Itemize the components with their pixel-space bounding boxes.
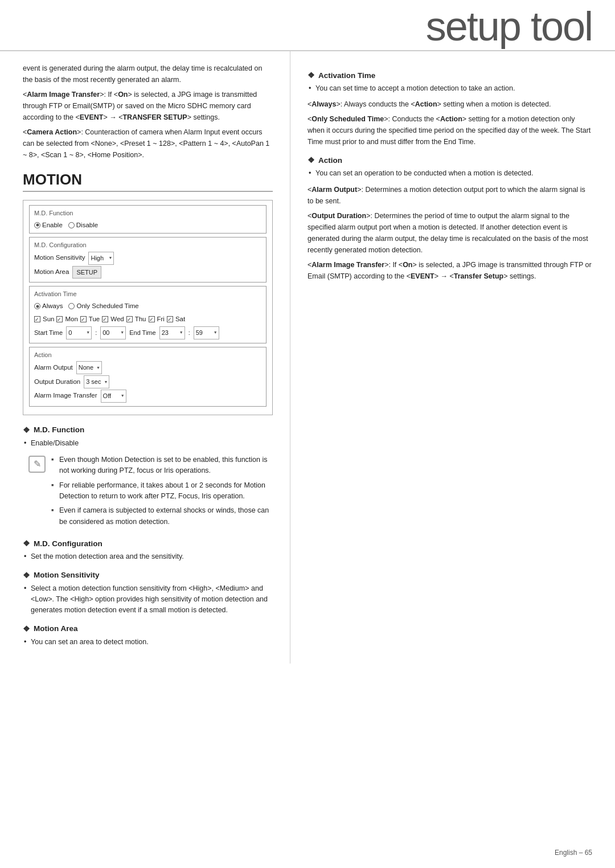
fri-label: Fri: [157, 314, 165, 325]
action-label: Action: [34, 350, 261, 361]
md-config-label: M.D. Configuration: [34, 240, 261, 251]
diamond-icon-4: ❖: [23, 624, 30, 633]
alarm-output-select[interactable]: None: [76, 361, 102, 374]
md-config-bullet-1: Set the motion detection area and the se…: [31, 551, 273, 562]
intro-text: event is generated during the alarm outp…: [23, 63, 273, 161]
diamond-icon-6: ❖: [308, 155, 315, 165]
motion-section-heading: MOTION: [23, 171, 273, 192]
scheduled-radio[interactable]: Only Scheduled Time: [68, 301, 138, 312]
mon-label: Mon: [65, 314, 77, 325]
time-row: Start Time 0 : 00 End Time 23 : 59: [34, 326, 261, 339]
md-disable-radio[interactable]: Disable: [68, 220, 98, 231]
motion-area-subheading: ❖ Motion Area: [23, 624, 273, 633]
thu-checkbox[interactable]: [126, 316, 133, 322]
note-items: Even though Motion Detection is set to b…: [51, 455, 273, 531]
time-separator-2: :: [188, 327, 190, 338]
diamond-icon-5: ❖: [308, 71, 315, 80]
md-function-subheading: ❖ M.D. Function: [23, 425, 273, 435]
thu-label: Thu: [135, 314, 146, 325]
md-function-bullet-1: Enable/Disable: [31, 438, 273, 449]
md-disable-label: Disable: [76, 220, 98, 231]
note-item-1: Even though Motion Detection is set to b…: [51, 455, 273, 477]
end-min-select[interactable]: 59: [194, 326, 219, 339]
sun-label: Sun: [43, 314, 54, 325]
md-function-bullets: Enable/Disable: [23, 438, 273, 449]
md-config-section: M.D. Configuration Motion Sensitivity Hi…: [29, 237, 266, 282]
main-content: event is generated during the alarm outp…: [0, 51, 615, 664]
note-item-2: For reliable performance, it takes about…: [51, 480, 273, 502]
md-disable-radio-icon: [68, 222, 75, 228]
activation-time-label: Activation Time: [34, 289, 261, 300]
end-time-label: End Time: [129, 327, 155, 338]
motion-sensitivity-subheading: ❖ Motion Sensitivity: [23, 571, 273, 580]
activation-time-options: Always Only Scheduled Time: [34, 301, 261, 312]
wed-checkbox[interactable]: [102, 316, 108, 322]
md-config-bullets: Set the motion detection area and the se…: [23, 551, 273, 562]
intro-para-2: <Alarm Image Transfer>: If <On> is selec…: [23, 89, 273, 123]
always-radio[interactable]: Always: [34, 301, 63, 312]
motion-area-bullet-1: You can set an area to detect motion.: [31, 637, 273, 648]
md-function-label: M.D. Function: [34, 208, 261, 219]
always-text: <Always>: Always conducts the <Action> s…: [308, 99, 592, 110]
sun-checkbox[interactable]: [34, 316, 40, 322]
start-time-label: Start Time: [34, 327, 63, 338]
area-setup-button[interactable]: SETUP: [72, 266, 101, 279]
note-item-3: Even if camera is subjected to external …: [51, 505, 273, 527]
action-subheading-text: Action: [318, 156, 342, 165]
alarm-output-row: Alarm Output None: [34, 361, 261, 374]
action-subheading: ❖ Action: [308, 155, 592, 165]
alarm-image-text: <Alarm Image Transfer>: If <On> is selec…: [308, 259, 592, 282]
scheduled-label: Only Scheduled Time: [76, 301, 138, 312]
output-duration-row: Output Duration 3 sec: [34, 375, 261, 388]
sensitivity-row: Motion Sensitivity High: [34, 252, 261, 265]
md-config-subheading: ❖ M.D. Configuration: [23, 539, 273, 548]
scheduled-text: <Only Scheduled Time>: Conducts the <Act…: [308, 113, 592, 148]
alarm-image-select[interactable]: Off: [101, 390, 126, 403]
sensitivity-select[interactable]: High: [88, 252, 114, 265]
time-separator-1: :: [95, 327, 97, 338]
note-icon: ✎: [28, 456, 46, 473]
diamond-icon-3: ❖: [23, 571, 30, 580]
intro-para-1: event is generated during the alarm outp…: [23, 63, 273, 85]
md-function-subheading-text: M.D. Function: [34, 425, 84, 434]
md-enable-radio[interactable]: Enable: [34, 220, 63, 231]
mon-checkbox[interactable]: [56, 316, 63, 322]
fri-checkbox[interactable]: [149, 316, 155, 322]
page-title: setup tool: [426, 6, 592, 50]
activation-time-bullet-1: You can set time to accept a motion dete…: [315, 83, 592, 94]
right-column: ❖ Activation Time You can set time to ac…: [290, 51, 615, 664]
alarm-output-text: <Alarm Output>: Determines a motion dete…: [308, 184, 592, 207]
alarm-image-row: Alarm Image Transfer Off: [34, 390, 261, 403]
output-duration-select[interactable]: 3 sec: [84, 375, 109, 388]
wed-label: Wed: [110, 314, 124, 325]
motion-sensitivity-bullets: Select a motion detection function sensi…: [23, 583, 273, 616]
end-hour-select[interactable]: 23: [159, 326, 185, 339]
tue-label: Tue: [89, 314, 100, 325]
note-box: ✎ Even though Motion Detection is set to…: [28, 455, 273, 531]
area-label: Motion Area: [34, 267, 69, 278]
start-hour-select[interactable]: 0: [66, 326, 92, 339]
header: setup tool: [0, 0, 615, 51]
tue-checkbox[interactable]: [80, 316, 87, 322]
motion-area-subheading-text: Motion Area: [34, 624, 78, 633]
ui-diagram: M.D. Function Enable Disable M.D. Config…: [23, 200, 273, 415]
footer: English – 65: [555, 849, 592, 857]
md-enable-label: Enable: [42, 220, 63, 231]
diamond-icon-1: ❖: [23, 425, 30, 435]
intro-para-3: <Camera Action>: Counteraction of camera…: [23, 126, 273, 161]
alarm-image-label: Alarm Image Transfer: [34, 390, 97, 402]
footer-text: English – 65: [555, 849, 592, 857]
action-bullets: You can set an operation to be conducted…: [308, 168, 592, 179]
days-row: Sun Mon Tue Wed Thu Fri Sat: [34, 314, 261, 325]
output-duration-label: Output Duration: [34, 376, 80, 388]
sat-label: Sat: [175, 314, 185, 325]
md-function-section: M.D. Function Enable Disable: [29, 205, 266, 234]
motion-sensitivity-bullet-1: Select a motion detection function sensi…: [31, 583, 273, 616]
sat-checkbox[interactable]: [167, 316, 173, 322]
always-radio-icon: [34, 303, 40, 309]
sensitivity-label: Motion Sensitivity: [34, 252, 85, 264]
diamond-icon-2: ❖: [23, 539, 30, 548]
start-min-select[interactable]: 00: [100, 326, 126, 339]
action-section: Action Alarm Output None Output Duration…: [29, 347, 266, 407]
action-bullet-1: You can set an operation to be conducted…: [315, 168, 592, 179]
